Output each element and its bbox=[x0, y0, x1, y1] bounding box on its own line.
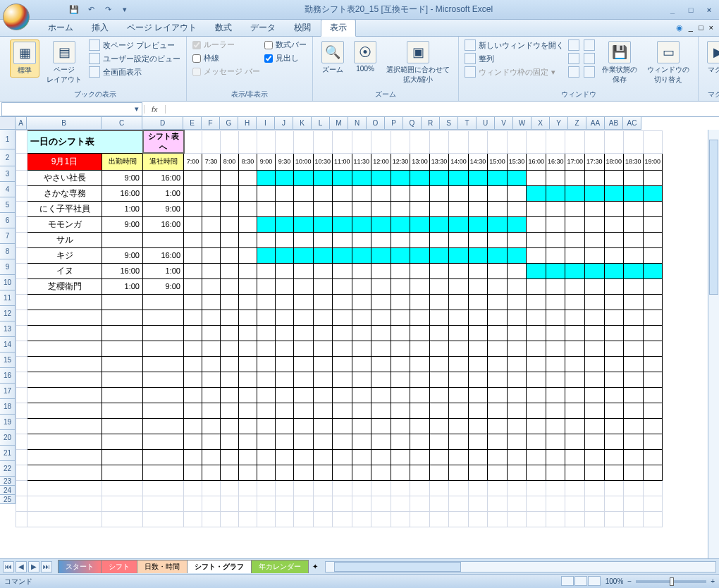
tab-nav-first[interactable]: ⏮ bbox=[3, 561, 14, 572]
hide-button[interactable] bbox=[568, 53, 579, 64]
menu-tab-3[interactable]: 数式 bbox=[207, 20, 240, 36]
row-header-1[interactable]: 1 bbox=[0, 130, 16, 149]
row-header-5[interactable]: 5 bbox=[0, 197, 16, 213]
zoom-slider[interactable] bbox=[636, 580, 706, 583]
row-header-10[interactable]: 10 bbox=[0, 275, 16, 290]
pagebreak-preview-button[interactable]: 改ページ プレビュー bbox=[89, 39, 180, 51]
row-header-13[interactable]: 13 bbox=[0, 321, 16, 337]
zoom-100-button[interactable]: ⦿100% bbox=[351, 39, 379, 74]
row-header-14[interactable]: 14 bbox=[0, 337, 16, 353]
office-button[interactable] bbox=[3, 4, 30, 30]
col-header-I[interactable]: I bbox=[257, 117, 275, 130]
col-header-O[interactable]: O bbox=[367, 117, 385, 130]
row-header-24[interactable]: 24 bbox=[0, 486, 16, 495]
fullscreen-button[interactable]: 全画面表示 bbox=[89, 66, 180, 78]
mdi-close[interactable]: × bbox=[709, 23, 713, 32]
col-header-J[interactable]: J bbox=[275, 117, 293, 130]
view-buttons[interactable] bbox=[561, 576, 601, 587]
col-header-S[interactable]: S bbox=[440, 117, 458, 130]
col-header-L[interactable]: L bbox=[312, 117, 330, 130]
name-box[interactable]: ▾ bbox=[1, 102, 142, 116]
col-header-X[interactable]: X bbox=[531, 117, 550, 130]
qat-undo-icon[interactable]: ↶ bbox=[84, 3, 98, 17]
save-workspace-button[interactable]: 💾作業状態の 保存 bbox=[599, 39, 640, 86]
help-icon[interactable]: ◉ bbox=[676, 23, 683, 32]
col-header-Q[interactable]: Q bbox=[403, 117, 422, 130]
menu-tab-6[interactable]: 表示 bbox=[321, 19, 356, 37]
zoom-selection-button[interactable]: ▣選択範囲に合わせて 拡大/縮小 bbox=[383, 39, 453, 86]
col-header-H[interactable]: H bbox=[238, 117, 257, 130]
sheet-tab-0[interactable]: スタート bbox=[58, 560, 102, 573]
row-header-6[interactable]: 6 bbox=[0, 213, 16, 228]
zoom-out[interactable]: − bbox=[627, 577, 632, 585]
col-header-N[interactable]: N bbox=[348, 117, 367, 130]
vscroll-thumb[interactable] bbox=[709, 140, 718, 295]
col-header-T[interactable]: T bbox=[458, 117, 477, 130]
sheet-tab-2[interactable]: 日数・時間 bbox=[137, 560, 188, 573]
split-button[interactable] bbox=[568, 39, 579, 51]
mdi-restore[interactable]: □ bbox=[699, 23, 703, 32]
row-header-15[interactable]: 15 bbox=[0, 353, 16, 368]
menu-tab-4[interactable]: データ bbox=[242, 20, 284, 36]
chk-headings[interactable]: 見出し bbox=[264, 53, 307, 63]
sheet-tab-3[interactable]: シフト・グラフ bbox=[187, 560, 252, 573]
col-header-P[interactable]: P bbox=[385, 117, 403, 130]
menu-tab-2[interactable]: ページ レイアウト bbox=[118, 20, 205, 36]
tab-nav-prev[interactable]: ◀ bbox=[16, 561, 27, 572]
col-header-C[interactable]: C bbox=[102, 117, 142, 130]
col-header-AB[interactable]: AB bbox=[605, 117, 623, 130]
col-header-E[interactable]: E bbox=[183, 117, 202, 130]
custom-view-button[interactable]: ユーザー設定のビュー bbox=[89, 53, 180, 64]
tab-nav-next[interactable]: ▶ bbox=[28, 561, 39, 572]
zoom-in[interactable]: + bbox=[711, 577, 715, 585]
row-header-18[interactable]: 18 bbox=[0, 399, 16, 415]
name-box-dropdown-icon[interactable]: ▾ bbox=[135, 104, 139, 114]
col-header-B[interactable]: B bbox=[27, 117, 102, 130]
view-pagelayout-button[interactable]: ▤ ページ レイアウト bbox=[44, 39, 85, 86]
menu-tab-1[interactable]: 挿入 bbox=[83, 20, 117, 36]
switch-windows-button[interactable]: ▭ウィンドウの 切り替え bbox=[644, 39, 692, 86]
minimize-button[interactable]: _ bbox=[665, 4, 680, 16]
col-header-G[interactable]: G bbox=[220, 117, 238, 130]
menu-tab-5[interactable]: 校閲 bbox=[285, 20, 319, 36]
new-window-button[interactable]: 新しいウィンドウを開く bbox=[465, 39, 564, 51]
mdi-minimize[interactable]: _ bbox=[689, 23, 693, 32]
row-header-20[interactable]: 20 bbox=[0, 430, 16, 446]
close-button[interactable]: × bbox=[702, 4, 716, 16]
chk-formula-bar[interactable]: 数式バー bbox=[264, 39, 307, 50]
col-header-AA[interactable]: AA bbox=[586, 117, 605, 130]
sheet-tab-4[interactable]: 年カレンダー bbox=[251, 560, 309, 573]
shift-table-button[interactable]: シフト表へ bbox=[143, 130, 184, 153]
unhide-button[interactable] bbox=[568, 66, 579, 78]
arrange-button[interactable]: 整列 bbox=[465, 53, 564, 64]
col-header-Z[interactable]: Z bbox=[568, 117, 586, 130]
col-header-A[interactable]: A bbox=[16, 117, 27, 130]
row-header-12[interactable]: 12 bbox=[0, 306, 16, 321]
row-header-4[interactable]: 4 bbox=[0, 182, 16, 197]
fx-button[interactable]: fx bbox=[144, 105, 166, 114]
reset-pos-button[interactable] bbox=[584, 66, 595, 78]
macros-button[interactable]: ▶マクロ bbox=[704, 39, 719, 76]
qat-dropdown-icon[interactable]: ▾ bbox=[118, 3, 132, 17]
sync-scroll-button[interactable] bbox=[584, 53, 595, 64]
col-header-Y[interactable]: Y bbox=[550, 117, 568, 130]
col-header-V[interactable]: V bbox=[495, 117, 513, 130]
row-header-17[interactable]: 17 bbox=[0, 384, 16, 399]
row-header-7[interactable]: 7 bbox=[0, 228, 16, 244]
col-header-W[interactable]: W bbox=[513, 117, 531, 130]
select-all-corner[interactable] bbox=[0, 117, 16, 130]
col-header-R[interactable]: R bbox=[422, 117, 440, 130]
vertical-scrollbar[interactable] bbox=[708, 130, 719, 558]
col-header-D[interactable]: D bbox=[142, 117, 183, 130]
row-header-23[interactable]: 23 bbox=[0, 477, 16, 486]
col-header-K[interactable]: K bbox=[293, 117, 312, 130]
side-by-side-button[interactable] bbox=[584, 39, 595, 51]
menu-tab-0[interactable]: ホーム bbox=[39, 20, 82, 36]
zoom-button[interactable]: 🔍ズーム bbox=[319, 39, 347, 76]
row-header-19[interactable]: 19 bbox=[0, 415, 16, 430]
maximize-button[interactable]: □ bbox=[684, 4, 698, 16]
row-header-2[interactable]: 2 bbox=[0, 149, 16, 166]
chk-gridlines[interactable]: 枠線 bbox=[192, 53, 260, 63]
sheet-tab-1[interactable]: シフト bbox=[101, 560, 137, 573]
col-header-F[interactable]: F bbox=[202, 117, 220, 130]
